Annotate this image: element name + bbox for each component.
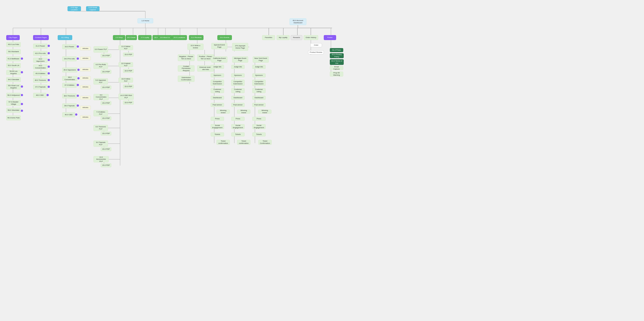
order-history-node[interactable]: Order History [304, 35, 318, 40]
terms-node[interactable]: 63.0 Terms of Use [330, 59, 344, 65]
south-la-node[interactable]: 52.0 South LA [6, 63, 21, 68]
past-winner-mich-node[interactable]: Past winner [231, 103, 245, 107]
glendale-node[interactable]: 54.0 Glendale [6, 77, 21, 82]
sponsors-ny-node[interactable]: Sponsors [252, 73, 266, 78]
blog-node[interactable]: 32.0 Blog [58, 35, 72, 40]
judge-cal-node[interactable]: Judge kits [211, 65, 224, 69]
press-footer-node[interactable]: 61.0 Press [330, 48, 343, 52]
content-pages-node[interactable]: Content Pages [33, 35, 49, 40]
past-winner-cal-node[interactable]: Past winner [211, 103, 224, 107]
sponsors-cal-node[interactable]: Sponsors [211, 73, 224, 78]
vaporizers-blog-node[interactable]: 35.0 Vaporizers [62, 68, 77, 72]
ticket-confirm-cal-node[interactable]: Ticket confirmation [216, 140, 230, 145]
home-node[interactable]: 1.0 Home [138, 18, 153, 23]
events-node[interactable]: 23.0 Events [217, 35, 232, 40]
flower-plp-node[interactable]: 3.0 Flower PLP [94, 46, 108, 52]
pdp-concentrates-node[interactable]: 15.0 PDP [100, 101, 111, 105]
my-loyalty-node[interactable]: My Loyalty [276, 35, 290, 40]
tinctures-blog-node[interactable]: 38.0 Tinctures [62, 94, 77, 98]
concentrates-content-node[interactable]: 44.0 Concentrates [33, 64, 48, 69]
press-mich-node[interactable]: Press [231, 117, 245, 121]
tickets-cal-node[interactable]: Tickets [211, 132, 224, 136]
topicals-content-node[interactable]: 47.0 Topicals [33, 84, 48, 90]
tinctures-content-node[interactable]: 46.0 Tinctures [33, 78, 48, 83]
east-la-node[interactable]: 55.0 East Los Angeles [6, 84, 21, 90]
dashboard-mich-node[interactable]: Dashboard [231, 96, 245, 100]
concentrates-plp-node[interactable]: 6.0 Concentrates PLP [94, 94, 109, 100]
cbd-blog-node[interactable]: 40.0 CBD [62, 112, 75, 117]
pdp-accessories-node[interactable]: 15.0 PDP [100, 163, 111, 167]
about-node[interactable]: 19.0 About Us [158, 35, 172, 40]
cbd-rich-plp-node[interactable]: 14.0 CBD Rich PLP [118, 94, 134, 100]
loyalty-node[interactable]: 17.0 Loyalty [138, 35, 152, 40]
footer-node[interactable]: Footer [324, 35, 336, 40]
edibles-plp-node[interactable]: 7.0 Edibles PLP [94, 110, 108, 116]
pdp-flower-node[interactable]: 15.0 PDP [100, 54, 111, 58]
ny-event-node[interactable]: New York Event Page [253, 56, 269, 63]
edibles-blog-node[interactable]: 37.0 Edibles [62, 83, 77, 88]
press-cal-node[interactable]: Press [211, 117, 224, 121]
pdp-cbd-node[interactable]: 15.0 PDP [123, 101, 134, 105]
press-ny-node[interactable]: Press [252, 117, 266, 121]
hollywood-node[interactable]: 56.0 Hollywood [6, 93, 21, 98]
concentrates-blog-node[interactable]: 36.0 Concentrates [62, 76, 77, 81]
favorites-node[interactable]: Favorites [262, 35, 275, 40]
judge-ny-node[interactable]: Judge kits [252, 65, 266, 69]
pdp-prerolls-node[interactable]: 15.0 PDP [100, 70, 111, 74]
prerolls-plp-node[interactable]: 4.0 Pre-Rolls PLP [94, 63, 108, 69]
tickets-ny-node[interactable]: Tickets [252, 132, 266, 136]
competitor-ny-node[interactable]: Competitor Submission [252, 80, 266, 86]
competitor-cal-node[interactable]: Competitor Submission [211, 80, 224, 86]
flower-content-node[interactable]: 41.0 Flower [33, 44, 48, 48]
prerolls-content-node[interactable]: 42.0 Pre-rolls [33, 51, 48, 56]
shop-node[interactable]: 2.0 Shop [113, 35, 125, 40]
judge-mich-node[interactable]: Judge kits [231, 65, 245, 69]
customer-ny-node[interactable]: Customer voting [252, 88, 266, 93]
indica-plp-node[interactable]: 13.0 Indica PLP [118, 78, 133, 82]
bellflower-node[interactable]: 51.0 Bellflower [6, 56, 21, 61]
pdp-sativa-node[interactable]: 15.0 PDP [123, 52, 134, 56]
age-location-node[interactable]: 0.02 Age Location [68, 6, 81, 11]
order-node[interactable]: Order [310, 43, 322, 47]
vaporizers-content-node[interactable]: 43.0 Vaporizers [33, 58, 48, 63]
past-winner-ny-node[interactable]: Past winner [252, 103, 266, 107]
dashboard-cal-node[interactable]: Dashboard [211, 96, 224, 100]
mich-event-node[interactable]: Michigan Event Page [232, 56, 248, 63]
zaymple-node[interactable]: 270 Zaymple Home Page [232, 43, 248, 51]
privacy-node[interactable]: 62.0 Privacy Policy [330, 53, 344, 58]
sponsors-mich-node[interactable]: Sponsors [231, 73, 245, 78]
competitor-mich-node[interactable]: Competitor Submission [231, 80, 245, 86]
silverlake-node[interactable]: 58.0 Silverlake [6, 108, 21, 113]
pdp-tinctures-node[interactable]: 15.0 PDP [100, 132, 111, 136]
locations-node[interactable]: 20.0 Locations [172, 35, 187, 40]
city-pages-node[interactable]: City Pages [6, 35, 20, 40]
winning-brand-mich-node[interactable]: Winning brand [237, 110, 250, 114]
atwater-node[interactable]: 57.0 Atwater Village [6, 100, 21, 106]
tinctures-plp-node[interactable]: 8.0 Tinctures PLP [94, 125, 108, 131]
edibles-content-node[interactable]: 45.0 Edibles [33, 71, 48, 76]
write-review-node[interactable]: 22.0 Write a review [188, 44, 204, 50]
cal-event-node[interactable]: California Event Page [211, 56, 228, 63]
vaporizer-plp-node[interactable]: 5.0 Vaporizer PLP [94, 78, 108, 84]
burbank-node[interactable]: 50.0 Burbank [6, 49, 21, 54]
contact-permission-node[interactable]: Contact Permission Request [178, 65, 194, 72]
social-ny-node[interactable]: Social Engagement [252, 124, 266, 129]
echo-park-node[interactable]: 59.0 Echo Park [6, 116, 21, 120]
hybrid-plp-node[interactable]: 12.0 Hybrid PLP [118, 62, 133, 67]
dashboard-ny-node[interactable]: Dashboard [252, 96, 266, 100]
cbd-content-node[interactable]: 48.0 CBD [33, 93, 46, 98]
rewards-node[interactable]: Rewards [291, 35, 302, 40]
accessories-plp-node[interactable]: 10.0 Accessories PLP [94, 156, 109, 162]
topicals-blog-node[interactable]: 39.0 Topicals [62, 103, 77, 108]
los-angeles-node[interactable]: 53.00 Los Angeles [6, 70, 21, 75]
customer-mich-node[interactable]: Customer voting [231, 88, 245, 93]
topicals-plp-node[interactable]: 9.0 Topicals PLP [94, 140, 108, 147]
email-capture-top-node[interactable]: 0.03 Email Capture [86, 6, 100, 11]
submission-confirm-node[interactable]: Submission Confirmation [178, 76, 194, 82]
pdp-hybrid-node[interactable]: 15.0 PDP [123, 69, 134, 73]
pdp-topicals-node[interactable]: 15.0 PDP [100, 147, 111, 151]
negative-more-node[interactable]: Negative - Please Tell Us More [178, 54, 194, 61]
pdp-edibles-node[interactable]: 15.0 PDP [100, 116, 111, 120]
sativa-plp-node[interactable]: 11.0 Sativa PLP [118, 45, 133, 50]
winning-brand-cal-node[interactable]: Winning brand [216, 110, 230, 114]
